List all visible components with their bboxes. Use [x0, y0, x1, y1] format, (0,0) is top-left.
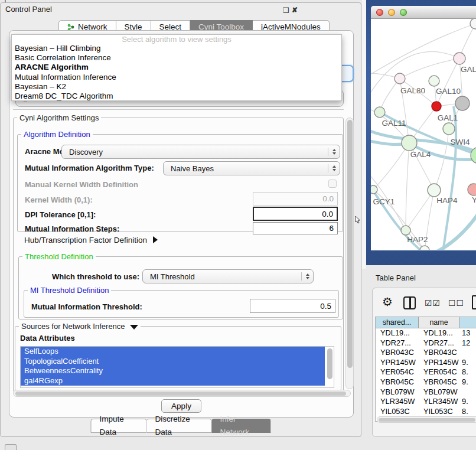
- manual-kernel-width-checkbox[interactable]: [328, 180, 337, 188]
- table-cell[interactable]: 13: [459, 328, 476, 338]
- table-row[interactable]: YBL079WYBL079W: [376, 387, 476, 397]
- kernel-width-input[interactable]: [253, 193, 337, 205]
- list-item[interactable]: BetweennessCentrality: [21, 366, 325, 376]
- network-node[interactable]: [374, 107, 385, 118]
- table-cell[interactable]: 9.: [459, 397, 476, 407]
- network-edge[interactable]: [406, 190, 434, 230]
- network-edge[interactable]: [436, 58, 459, 106]
- table-cell[interactable]: YDL19...: [419, 328, 459, 338]
- table-row[interactable]: YER054CYER054C8.: [376, 367, 476, 377]
- tab-impute-data[interactable]: Impute Data: [91, 419, 147, 433]
- table-settings-gear-icon[interactable]: ⚙: [382, 295, 393, 309]
- table-cell[interactable]: YDL19...: [376, 328, 419, 338]
- which-threshold-combobox[interactable]: MI Threshold: [142, 269, 314, 283]
- table-cell[interactable]: YBR045C: [376, 377, 419, 387]
- table-cell[interactable]: YPR145W: [419, 358, 459, 368]
- settings-horizontal-scrollbar[interactable]: [13, 390, 351, 397]
- table-row[interactable]: YBR045CYBR045C9.: [376, 377, 476, 387]
- network-edge[interactable]: [435, 207, 476, 250]
- minimize-window-icon[interactable]: [388, 9, 395, 16]
- network-node[interactable]: [395, 73, 405, 84]
- table-row[interactable]: YDL19...YDL19...13: [376, 328, 476, 338]
- algorithm-option[interactable]: Basic Correlation Inference: [12, 53, 341, 63]
- list-item[interactable]: TopologicalCoefficient: [21, 357, 325, 367]
- mi-threshold-input[interactable]: [250, 299, 335, 312]
- table-cell[interactable]: YER054C: [376, 367, 419, 377]
- list-item[interactable]: SelfLoops: [21, 347, 325, 357]
- table-cell[interactable]: YBR043C: [376, 348, 419, 358]
- table-cell[interactable]: YER054C: [419, 367, 459, 377]
- table-cell[interactable]: YDR27...: [419, 338, 459, 348]
- export-table-file-icon[interactable]: [472, 295, 476, 309]
- tab-discretize-data[interactable]: Discretize Data: [147, 419, 212, 433]
- table-cell[interactable]: YIL053C: [419, 407, 459, 415]
- hub-definition-toggle[interactable]: Hub/Transcription Factor Definition: [24, 236, 158, 244]
- table-column-header[interactable]: shared...: [376, 317, 419, 328]
- table-row[interactable]: YPR145WYPR145W9.: [376, 358, 476, 368]
- aracne-mode-combobox[interactable]: Discovery: [61, 145, 340, 159]
- network-view-titlebar[interactable]: [371, 6, 476, 19]
- list-item[interactable]: gal4RGexp: [21, 376, 325, 386]
- network-node[interactable]: [402, 135, 417, 151]
- table-cell[interactable]: YLR345W: [419, 397, 459, 407]
- settings-vertical-scrollbar[interactable]: [345, 118, 354, 389]
- table-cell[interactable]: YBR043C: [419, 348, 459, 358]
- mi-algorithm-type-combobox[interactable]: Naive Bayes: [163, 161, 340, 175]
- algorithm-option[interactable]: Mutual Information Inference: [12, 73, 341, 82]
- network-edge[interactable]: [406, 143, 409, 230]
- network-edge[interactable]: [373, 143, 409, 190]
- tab-infer-network[interactable]: Infer Network: [212, 419, 271, 433]
- select-all-checkboxes-icon[interactable]: ☑☑: [425, 298, 441, 308]
- network-node[interactable]: [468, 184, 476, 195]
- table-cell[interactable]: [459, 348, 476, 358]
- network-node[interactable]: [454, 53, 465, 64]
- table-cell[interactable]: [459, 387, 476, 397]
- network-node[interactable]: [371, 185, 377, 194]
- algorithm-option[interactable]: Dream8 DC_TDC Algorithm: [12, 92, 341, 101]
- algorithm-option[interactable]: Bayesian – Hill Climbing: [12, 44, 341, 53]
- network-node[interactable]: [470, 19, 476, 29]
- settings-horizontal-scrollbar-thumb[interactable]: [15, 392, 346, 396]
- table-cell[interactable]: 9.: [459, 358, 476, 368]
- table-horizontal-scrollbar-thumb[interactable]: [379, 418, 475, 422]
- table-cell[interactable]: YLR345W: [376, 397, 419, 407]
- settings-vertical-scrollbar-thumb[interactable]: [347, 120, 353, 368]
- dpi-tolerance-input[interactable]: [254, 208, 337, 220]
- table-cell[interactable]: YBL079W: [419, 387, 459, 397]
- list-scrollbar-thumb[interactable]: [327, 348, 332, 379]
- network-edge[interactable]: [380, 79, 400, 112]
- table-row[interactable]: YLR345WYLR345W9.: [376, 397, 476, 407]
- column-visibility-icon[interactable]: [403, 296, 416, 309]
- sources-title[interactable]: Sources for Network Inference: [19, 322, 141, 331]
- table-cell[interactable]: 8.: [459, 407, 476, 415]
- network-canvas[interactable]: GALGAL80GAL10GAL1GAL11SWI4GAL4GCY1HAP4YH…: [371, 19, 476, 250]
- close-window-icon[interactable]: [376, 9, 383, 16]
- table-column-header[interactable]: [459, 317, 476, 328]
- close-panel-icon[interactable]: ✘: [292, 6, 298, 14]
- network-node[interactable]: [443, 123, 455, 135]
- network-node[interactable]: [455, 96, 470, 110]
- network-node[interactable]: [428, 184, 441, 197]
- table-cell[interactable]: 8.: [459, 367, 476, 377]
- zoom-window-icon[interactable]: [400, 9, 407, 16]
- deselect-all-checkboxes-icon[interactable]: ☐☐: [448, 298, 464, 308]
- network-edge[interactable]: [434, 129, 449, 190]
- table-column-header[interactable]: name: [419, 317, 459, 328]
- table-horizontal-scrollbar[interactable]: [377, 416, 476, 423]
- table-cell[interactable]: YIL053C: [376, 407, 419, 415]
- table-row[interactable]: YBR043CYBR043C: [376, 348, 476, 358]
- algorithm-option-selected[interactable]: ARACNE Algorithm: [12, 63, 341, 72]
- network-node[interactable]: [429, 76, 439, 86]
- table-cell[interactable]: 9.: [459, 377, 476, 387]
- algorithm-option[interactable]: Bayesian – K2: [12, 82, 341, 92]
- mi-steps-input[interactable]: [253, 223, 337, 234]
- table-cell[interactable]: 12: [459, 338, 476, 348]
- table-cell[interactable]: YDR27...: [376, 338, 419, 348]
- table-cell[interactable]: YBR045C: [419, 377, 459, 387]
- table-row[interactable]: YIL053CYIL053C8.: [376, 407, 476, 415]
- table-cell[interactable]: YBL079W: [376, 387, 419, 397]
- apply-button[interactable]: Apply: [161, 399, 201, 413]
- table-cell[interactable]: YPR145W: [376, 358, 419, 368]
- network-node[interactable]: [420, 246, 429, 250]
- network-node[interactable]: [432, 102, 441, 111]
